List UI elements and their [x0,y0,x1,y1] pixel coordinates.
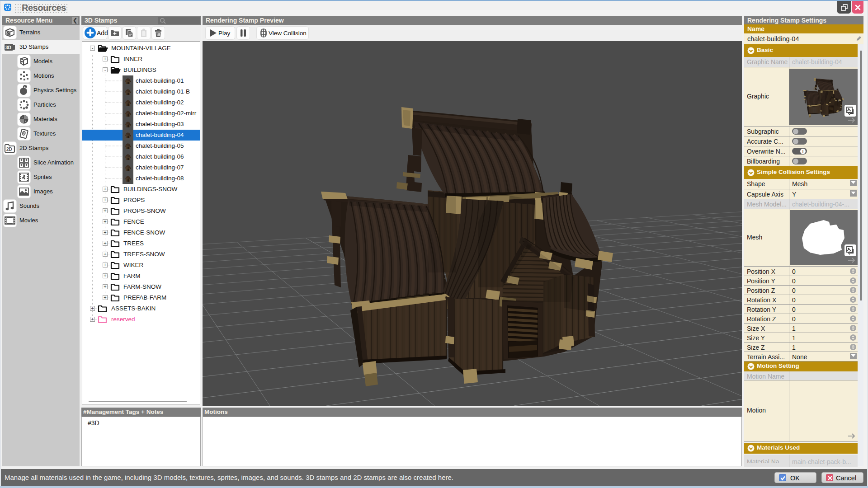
svg-text:3D: 3D [5,45,11,50]
svg-text:2D: 2D [6,147,12,152]
